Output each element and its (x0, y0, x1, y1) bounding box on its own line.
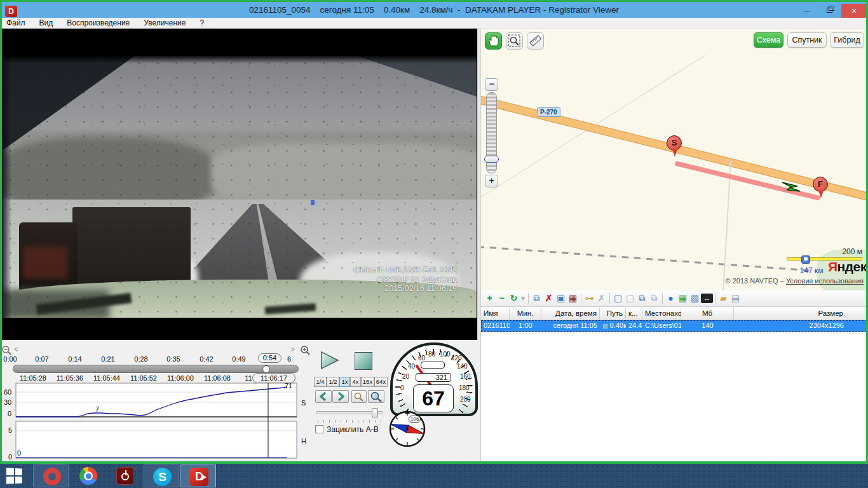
taskbar-item-datakam[interactable]: D (180, 464, 216, 487)
taskbar-item-power[interactable] (107, 464, 142, 487)
gauge-tick-180: 180 (459, 384, 470, 391)
direction-arrow-icon (781, 180, 805, 195)
chrome-icon (79, 467, 97, 485)
compass (388, 409, 427, 448)
save-icon[interactable]: ▣ (555, 292, 567, 304)
play-speed-slider-thumb[interactable] (372, 408, 378, 417)
menu-zoom[interactable]: Увеличение (144, 18, 186, 27)
menu-view[interactable]: Вид (39, 18, 53, 27)
terms-of-use-link[interactable]: Условия использования (786, 277, 864, 285)
restore-icon (827, 8, 832, 13)
key-icon[interactable]: ⊶ (583, 292, 595, 304)
speed-4x-button[interactable]: 4x (350, 377, 361, 387)
map-zoom-slider-thumb[interactable] (484, 156, 499, 163)
timeline-slider-thumb[interactable] (262, 365, 270, 373)
zoom-out-button[interactable] (351, 390, 367, 403)
pan-tool-button[interactable] (485, 32, 502, 50)
new-item-icon[interactable]: ▢ (612, 292, 624, 304)
taskbar-item-skype[interactable]: S (144, 464, 179, 487)
gauge-aux-display (421, 362, 445, 369)
speed-quarter-button[interactable]: 1/4 (314, 377, 327, 387)
loop-ab-checkbox[interactable] (315, 425, 323, 433)
map-mode-satellite-button[interactable]: Спутник (787, 32, 827, 48)
timeline-tick: 0:35 (161, 355, 186, 363)
map-mode-scheme-button[interactable]: Схема (754, 32, 783, 48)
map-zoom-in-button[interactable]: + (485, 175, 498, 187)
layers-alt-icon[interactable]: ⧉ (648, 292, 660, 304)
col-header-datetime[interactable]: Дата, время (541, 308, 600, 320)
layers-icon[interactable]: ⧉ (636, 292, 648, 304)
zoom-select-tool-button[interactable] (506, 32, 523, 50)
taskbar-item-chrome[interactable] (70, 464, 105, 487)
restore-button[interactable] (818, 4, 841, 18)
timeline-scroll-left[interactable]: < (14, 345, 18, 354)
slider-tick (318, 420, 318, 423)
google-earth-icon[interactable]: ● (665, 292, 677, 304)
slider-tick (369, 420, 370, 423)
cell-location: C:\Users\01\De.. (642, 320, 681, 332)
col-header-mb[interactable]: Мб (681, 308, 734, 320)
speed-half-button[interactable]: 1/2 (327, 377, 339, 387)
next-frame-button[interactable] (332, 390, 349, 403)
gauge-tick-40: 40 (408, 363, 415, 370)
stop-button[interactable] (355, 352, 372, 370)
col-header-path[interactable]: Путь (600, 308, 626, 320)
app-icon[interactable]: D (5, 6, 17, 17)
file-table-row-selected[interactable]: 02161105_ 1:00 сегодня 11:05 ▨ 0.40км 24… (481, 320, 867, 332)
speed-16x-button[interactable]: 16x (361, 377, 374, 387)
menu-file[interactable]: Файл (6, 18, 25, 27)
open-folder-icon[interactable]: ▰ (717, 292, 729, 304)
remove-file-icon[interactable]: − (496, 292, 508, 304)
map-attribution: © 2013 NAVTEQ – Условия использования (726, 277, 864, 285)
speed-axis-0: 0 (8, 410, 11, 417)
road-number-label: Р-270 (537, 107, 560, 117)
col-header-location[interactable]: Местонахо... (642, 308, 681, 320)
yandex-logo[interactable]: Яндекс (828, 259, 867, 274)
close-button[interactable]: × (841, 4, 867, 18)
map-canvas[interactable]: Р-270 S F Схема Спутник Гибрид − + 200 м… (481, 29, 867, 290)
route-start-marker[interactable]: S (667, 135, 682, 151)
delete-icon[interactable]: ✗ (543, 292, 555, 304)
more-options-icon[interactable]: ▾ (520, 292, 526, 304)
timeline-zoom-in-icon[interactable] (300, 345, 311, 356)
refresh-icon[interactable]: ↻ (508, 292, 520, 304)
gauge-tick-80: 80 (428, 351, 435, 358)
speed-max-point-label: 71 (285, 382, 292, 390)
play-button[interactable] (319, 351, 341, 371)
zoom-in-button[interactable] (368, 390, 384, 403)
file-list-panel: + − ↻ ▾ ⧉ ✗ ▣ ▦ ⊶ ✗ ▢ ▢ ⧉ ⧉ ● ▦ ▧ ↔ ▰ ▤ (481, 290, 867, 464)
col-header-name[interactable]: Имя (481, 308, 510, 320)
col-header-kmh[interactable]: к... (626, 308, 642, 320)
timeline-tick: 0:00 (0, 355, 23, 363)
route-finish-marker[interactable]: F (813, 177, 828, 192)
export-video-icon[interactable]: ↔ (701, 294, 713, 303)
add-file-icon[interactable]: + (484, 292, 496, 304)
map-zoom-out-button[interactable]: − (485, 78, 498, 91)
col-header-min[interactable]: Мин. (510, 308, 541, 320)
prev-frame-button[interactable] (315, 390, 332, 403)
taskbar-item-opera[interactable] (33, 464, 69, 487)
timeline-zoom-out-icon[interactable] (1, 345, 12, 356)
copy-icon[interactable]: ⧉ (531, 292, 543, 304)
disabled-delete-icon: ✗ (595, 292, 607, 304)
report-document-icon[interactable]: ▤ (729, 292, 742, 304)
export-map-icon[interactable]: ▦ (677, 292, 689, 304)
menu-playback[interactable]: Воспроизведение (67, 18, 130, 27)
export-image-icon[interactable]: ▧ (689, 292, 701, 304)
timeline-scroll-right[interactable]: > (290, 345, 295, 354)
timeline-slider[interactable] (13, 365, 299, 373)
track-icon: ▨ (602, 323, 608, 329)
col-header-size[interactable]: Размер (734, 308, 867, 320)
menu-help[interactable]: ? (200, 18, 204, 27)
slider-tick (346, 420, 347, 423)
ruler-tool-button[interactable] (527, 32, 544, 50)
map-mode-hybrid-button[interactable]: Гибрид (830, 32, 864, 48)
speed-64x-button[interactable]: 64x (374, 377, 388, 387)
minimize-button[interactable]: – (796, 4, 818, 18)
timeline-tick: 0:28 (128, 355, 154, 363)
speed-1x-button[interactable]: 1x (339, 377, 350, 387)
alt-axis-5: 5 (8, 426, 12, 434)
start-button[interactable] (6, 468, 22, 484)
archive-icon[interactable]: ▦ (567, 292, 579, 304)
menu-bar: Файл Вид Воспроизведение Увеличение ? (0, 18, 868, 29)
